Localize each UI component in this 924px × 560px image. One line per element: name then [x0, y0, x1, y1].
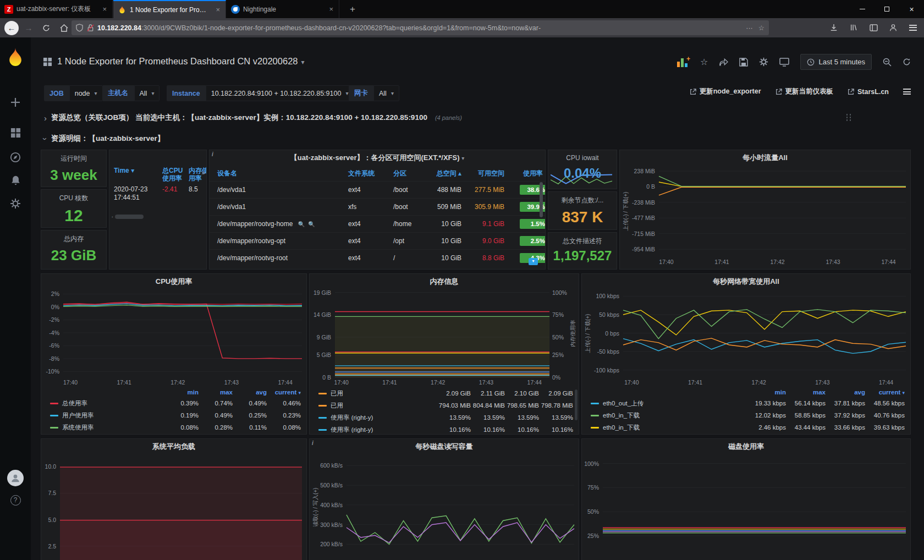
- column-header[interactable]: 总空间 ▴: [431, 169, 467, 178]
- row-drag-handle[interactable]: [845, 113, 852, 122]
- legend-row[interactable]: 已用794.03 MiB804.84 MiB798.65 MiB798.78 M…: [318, 399, 573, 411]
- home-button[interactable]: [56, 20, 72, 36]
- panel-title[interactable]: CPU使用率: [41, 277, 306, 287]
- legend-row[interactable]: 系统使用率0.08%0.28%0.11%0.08%: [50, 421, 301, 433]
- legend-row[interactable]: 总使用率0.39%0.74%0.49%0.46%: [50, 397, 301, 409]
- table-scroll-down-button[interactable]: ▾: [529, 258, 538, 265]
- variable-job[interactable]: JOB node▾: [44, 85, 103, 101]
- horizontal-scrollbar[interactable]: ‹: [112, 214, 194, 219]
- panel-title[interactable]: 每小时流量All: [620, 153, 910, 163]
- panel-title[interactable]: 系统平均负载: [41, 442, 306, 452]
- user-avatar[interactable]: [0, 470, 31, 486]
- legend-row[interactable]: eth0_in_下载12.02 kbps58.85 kbps37.92 kbps…: [591, 409, 905, 421]
- menu-icon[interactable]: [905, 20, 921, 35]
- legend-row[interactable]: eth0_out_上传19.33 kbps56.14 kbps37.81 kbp…: [591, 397, 905, 409]
- panel-title[interactable]: 内存信息: [310, 277, 579, 287]
- table-row[interactable]: /dev/mapper/rootvg-rootext4/10 GiB8.8 Gi…: [210, 249, 545, 266]
- cpu-table-header[interactable]: Time ▾总CPU使用率内存使用率: [109, 167, 206, 182]
- column-header[interactable]: 可用空间: [467, 169, 510, 178]
- browser-tab-nightingale[interactable]: Nightingale ×: [227, 0, 339, 18]
- variable-hostname[interactable]: 主机名 All▾: [102, 85, 160, 101]
- back-button[interactable]: ←: [4, 21, 19, 35]
- dashboards-icon[interactable]: [0, 128, 31, 138]
- column-header[interactable]: 使用率: [510, 169, 546, 178]
- column-header[interactable]: 总CPU使用率: [162, 167, 189, 182]
- star-dashboard-icon[interactable]: ☆: [700, 57, 708, 67]
- legend-row[interactable]: 使用率 (right-y)10.16%10.16%10.16%10.16%: [318, 424, 573, 433]
- network-bandwidth-chart[interactable]: 100 kbps50 kbps0 bps-50 kbps-100 kbps17:…: [584, 287, 908, 386]
- insecure-lock-icon[interactable]: [87, 24, 94, 32]
- cycle-view-monitor-icon[interactable]: [779, 58, 789, 67]
- cpu-usage-chart[interactable]: 2%0%-2%-4%-6%-8%-10%17:4017:4117:4217:43…: [43, 287, 304, 386]
- column-header[interactable]: 设备名: [217, 169, 348, 178]
- column-header[interactable]: 分区: [393, 169, 431, 178]
- legend-header[interactable]: minmaxavgcurrent ▾: [50, 387, 301, 397]
- downloads-icon[interactable]: [826, 20, 842, 35]
- sidebar-toggle-icon[interactable]: [866, 20, 881, 35]
- legend-row[interactable]: 使用率 (right-y)13.59%13.59%13.59%13.59%: [318, 411, 573, 424]
- variable-nic[interactable]: 网卡 All▾: [349, 85, 399, 101]
- legend-row[interactable]: 已用2.09 GiB2.11 GiB2.10 GiB2.09 GiB: [318, 387, 573, 399]
- panel-title[interactable]: 磁盘使用率: [582, 442, 910, 452]
- zoom-in-icon[interactable]: 🔍: [298, 221, 305, 227]
- panel-title[interactable]: 【uat-zabbix-server】：各分区可用空间(EXT.*/XFS) ▾: [210, 153, 545, 163]
- table-overflow-indicator[interactable]: »: [201, 169, 205, 177]
- window-close-button[interactable]: ×: [899, 0, 924, 18]
- apps-grid-icon[interactable]: [43, 57, 52, 67]
- table-row[interactable]: /dev/mapper/rootvg-optext4/opt10 GiB9.0 …: [210, 232, 545, 249]
- column-header[interactable]: 文件系统: [348, 169, 393, 178]
- system-load-chart[interactable]: 10.07.55.02.5: [43, 452, 304, 560]
- new-tab-button[interactable]: +: [345, 2, 360, 17]
- tab-close-icon[interactable]: ×: [215, 6, 221, 14]
- cpu-table-row[interactable]: 2020-07-23 17:44:51-2.418.5: [109, 185, 206, 202]
- url-bar[interactable]: 10.182.220.84:3000/d/9CWBz0bik/1-node-ex…: [72, 20, 769, 35]
- browser-tab-grafana[interactable]: 1 Node Exporter for Prometh ×: [113, 0, 226, 18]
- row-resource-overview[interactable]: › 资源总览（关联JOB项） 当前选中主机：【uat-zabbix-server…: [44, 113, 462, 123]
- table-row[interactable]: /dev/vda1ext4/boot488 MiB277.5 MiB38.6%: [210, 181, 545, 198]
- row-resource-detail[interactable]: › 资源明细：【uat-zabbix-server】: [44, 134, 164, 144]
- legend-scrollbar-thumb[interactable]: [575, 389, 578, 420]
- dashboard-title[interactable]: 1 Node Exporter for Prometheus Dashboard…: [57, 56, 305, 67]
- hourly-traffic-chart[interactable]: 238 MiB0 B-238 MiB-477 MiB-715 MiB-954 M…: [622, 163, 908, 266]
- add-panel-icon[interactable]: +: [677, 57, 689, 67]
- link-update-node-exporter[interactable]: 更新node_exporter: [690, 87, 761, 96]
- zoom-out-icon[interactable]: 🔍: [308, 221, 315, 227]
- browser-tab-zabbix[interactable]: Z uat-zabbix-server: 仪表板 ×: [0, 0, 113, 18]
- tab-close-icon[interactable]: ×: [101, 5, 108, 13]
- explore-icon[interactable]: [0, 152, 31, 163]
- submenu-menu-icon[interactable]: [903, 87, 911, 96]
- legend-row[interactable]: 用户使用率0.19%0.49%0.25%0.23%: [50, 409, 301, 421]
- disk-table-header[interactable]: 设备名文件系统分区总空间 ▴可用空间使用率: [210, 166, 545, 181]
- memory-info-chart[interactable]: 19 GiB14 GiB9 GiB5 GiB0 B100%75%50%25%0%…: [312, 287, 576, 386]
- help-icon[interactable]: ?: [0, 495, 31, 506]
- panel-title[interactable]: 每秒网络带宽使用All: [582, 277, 910, 287]
- table-row[interactable]: /dev/vda1xfs/boot509 MiB305.9 MiB39.9%: [210, 198, 545, 215]
- library-icon[interactable]: [846, 20, 861, 35]
- forward-button[interactable]: →: [21, 20, 36, 36]
- configuration-gear-icon[interactable]: [0, 198, 31, 209]
- disk-io-chart[interactable]: 600 kB/s500 kB/s400 kB/s300 kB/s200 kB/s…: [312, 452, 576, 560]
- window-maximize-button[interactable]: [875, 0, 899, 18]
- link-starsl-cn[interactable]: StarsL.cn: [848, 88, 889, 96]
- panel-title[interactable]: 每秒磁盘读写容量: [310, 442, 579, 452]
- disk-usage-chart[interactable]: 100%75%50%25%: [584, 452, 908, 560]
- zoom-out-icon[interactable]: [883, 58, 892, 67]
- alerting-bell-icon[interactable]: [0, 175, 31, 186]
- legend-row[interactable]: eth0_in_下载2.46 kbps43.44 kbps33.66 kbps3…: [591, 421, 905, 433]
- refresh-icon[interactable]: [903, 58, 911, 66]
- bookmark-star-icon[interactable]: ☆: [758, 24, 765, 32]
- grafana-logo[interactable]: [0, 47, 31, 68]
- create-icon[interactable]: [0, 97, 31, 108]
- time-range-picker[interactable]: Last 5 minutes: [800, 54, 872, 70]
- shield-icon[interactable]: [76, 24, 83, 32]
- dashboard-settings-gear-icon[interactable]: [759, 57, 768, 67]
- link-update-dashboard[interactable]: 更新当前仪表板: [776, 87, 834, 96]
- tab-close-icon[interactable]: ×: [328, 5, 334, 13]
- legend-header[interactable]: minmaxavgcurrent ▾: [591, 387, 905, 397]
- share-dashboard-icon[interactable]: [719, 58, 728, 67]
- reload-button[interactable]: [38, 20, 54, 36]
- table-row[interactable]: /dev/mapper/rootvg-home 🔍🔍ext4/home10 Gi…: [210, 215, 545, 232]
- account-icon[interactable]: [886, 20, 901, 35]
- page-actions-icon[interactable]: ···: [746, 24, 753, 32]
- variable-instance[interactable]: Instance 10.182.220.84:9100 + 10.182.220…: [167, 85, 354, 101]
